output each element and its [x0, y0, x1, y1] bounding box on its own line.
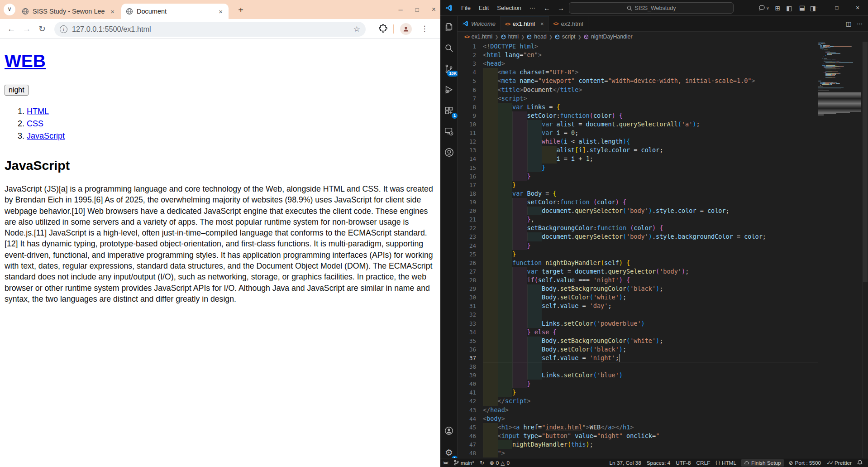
line-content[interactable]: }	[483, 164, 818, 172]
address-bar[interactable]: i 127.0.0.1:5500/ex1.html ☆	[54, 22, 366, 37]
encoding[interactable]: UTF-8	[673, 460, 693, 466]
line-content[interactable]: },	[483, 215, 818, 224]
tab-close-icon[interactable]: ×	[217, 8, 224, 15]
line-content[interactable]: self.value = 'night';	[483, 354, 818, 362]
line-content[interactable]: }	[483, 388, 818, 397]
close-button[interactable]: ×	[847, 0, 868, 16]
code-line[interactable]: 15 }	[458, 164, 818, 172]
code-line[interactable]: 42 </script>	[458, 397, 818, 405]
breadcrumb-head[interactable]: head	[534, 34, 546, 40]
code-line[interactable]: 45 <h1><a href="index.html">WEB</a></h1>	[458, 423, 818, 432]
code-line[interactable]: 14 i = i + 1;	[458, 154, 818, 163]
code-line[interactable]: 28 if(self.value === 'night') {	[458, 276, 818, 284]
notifications-bell-icon[interactable]	[854, 460, 865, 466]
code-line[interactable]: 6 <title>Document</title>	[458, 86, 818, 94]
line-content[interactable]: </script>	[483, 397, 818, 405]
code-line[interactable]: 5 <meta name="viewport" content="width=d…	[458, 77, 818, 85]
line-content[interactable]: self.value = 'day';	[483, 302, 818, 310]
page-link[interactable]: CSS	[27, 119, 43, 128]
command-center-search[interactable]: SISS_Webstudy	[569, 2, 734, 14]
code-lines[interactable]: 1<!DOCTYPE html>2<html lang="en">3<head>…	[458, 42, 818, 457]
line-content[interactable]: <!DOCTYPE html>	[483, 42, 818, 51]
code-line[interactable]: 44<body>	[458, 414, 818, 423]
line-content[interactable]: Body.setBackgroungColor('white');	[483, 337, 818, 345]
tab-ex2[interactable]: <> ex2.html	[549, 16, 588, 31]
remote-indicator-icon[interactable]: ><	[440, 460, 451, 466]
code-line[interactable]: 47 nightDayHandler(this);	[458, 440, 818, 449]
code-line[interactable]: 13 alist[i].style.color = color;	[458, 146, 818, 154]
tab-close-icon[interactable]: ×	[540, 20, 544, 27]
reload-button[interactable]: ↻	[34, 24, 50, 34]
code-line[interactable]: 3<head>	[458, 59, 818, 68]
close-button[interactable]: ×	[432, 5, 436, 14]
breadcrumb-html[interactable]: html	[508, 34, 519, 40]
github-icon[interactable]	[440, 143, 458, 161]
code-line[interactable]: 39 Links.setColor('blue')	[458, 371, 818, 380]
line-content[interactable]: }	[483, 172, 818, 181]
more-actions-icon[interactable]: ⋯	[857, 20, 863, 27]
code-line[interactable]: 2<html lang="en">	[458, 51, 818, 59]
forward-button[interactable]: →	[19, 24, 34, 34]
line-content[interactable]: } else {	[483, 328, 818, 337]
line-content[interactable]: <meta name="viewport" content="width=dev…	[483, 77, 818, 85]
line-content[interactable]: nightDayHandler(this);	[483, 440, 818, 449]
minimap[interactable]	[818, 43, 862, 458]
line-content[interactable]: Body.setBackgroungColor('black');	[483, 284, 818, 293]
language-mode[interactable]: { } HTML	[713, 460, 739, 466]
code-line[interactable]: 41 }	[458, 388, 818, 397]
line-content[interactable]: <script>	[483, 94, 818, 103]
sync-changes-icon[interactable]: ↻	[477, 460, 487, 466]
code-line[interactable]: 10 var alist = document.querySelectorAll…	[458, 120, 818, 129]
code-line[interactable]: 4 <meta charset="UTF-8">	[458, 68, 818, 77]
line-content[interactable]: <head>	[483, 59, 818, 68]
line-content[interactable]: }	[483, 241, 818, 250]
code-line[interactable]: 32	[458, 310, 818, 319]
source-control-icon[interactable]: 10K	[440, 60, 458, 78]
code-line[interactable]: 25 }	[458, 250, 818, 259]
code-line[interactable]: 33 Links.setColor('powderblue')	[458, 319, 818, 328]
line-content[interactable]: document.querySelector('body').style.bac…	[483, 232, 818, 241]
line-content[interactable]: Links.setColor('blue')	[483, 371, 818, 380]
code-line[interactable]: 24 }	[458, 241, 818, 250]
line-content[interactable]: document.querySelector('body').style.col…	[483, 207, 818, 215]
line-content[interactable]: <title>Document</title>	[483, 86, 818, 94]
menu-selection[interactable]: Selection	[493, 5, 525, 11]
line-content[interactable]: while(i < alist.length){	[483, 137, 818, 146]
code-editor[interactable]: 1<!DOCTYPE html>2<html lang="en">3<head>…	[458, 42, 868, 458]
maximize-button[interactable]: □	[826, 0, 847, 16]
breadcrumb-symbol[interactable]: nightDayHandler	[591, 34, 633, 40]
code-line[interactable]: 35 Body.setBackgroungColor('white');	[458, 337, 818, 345]
line-content[interactable]: setColor:function (color) {	[483, 198, 818, 207]
page-link[interactable]: HTML	[27, 107, 49, 116]
line-content[interactable]: var Body = {	[483, 189, 818, 198]
browser-tab-document[interactable]: Document ×	[121, 4, 229, 19]
line-content[interactable]: setColor:function(color) {	[483, 111, 818, 120]
line-content[interactable]: }	[483, 380, 818, 388]
code-line[interactable]: 46 <input type="button" value="night" on…	[458, 432, 818, 440]
finish-setup-item[interactable]: Finish Setup	[741, 459, 784, 467]
line-content[interactable]: var i = 0;	[483, 129, 818, 137]
nav-forward-icon[interactable]: →	[558, 4, 564, 12]
run-debug-icon[interactable]	[440, 81, 458, 99]
new-tab-button[interactable]: +	[234, 4, 247, 17]
tab-search-button[interactable]: ∨	[4, 4, 15, 15]
code-line[interactable]: 19 setColor:function (color) {	[458, 198, 818, 207]
cursor-position[interactable]: Ln 37, Col 38	[607, 460, 644, 466]
prettier-item[interactable]: ✓✓ Prettier	[824, 460, 854, 466]
code-line[interactable]: 43</head>	[458, 406, 818, 414]
code-line[interactable]: 30 Body.setColor('white');	[458, 293, 818, 302]
line-content[interactable]: Body.setColor('white');	[483, 293, 818, 302]
breadcrumb-file[interactable]: ex1.html	[472, 34, 492, 40]
code-line[interactable]: 40 }	[458, 380, 818, 388]
web-home-link[interactable]: WEB	[5, 51, 46, 71]
editor-scrollbar[interactable]	[862, 42, 868, 458]
line-content[interactable]: i = i + 1;	[483, 154, 818, 163]
page-link[interactable]: JavaScript	[27, 131, 65, 140]
line-content[interactable]: Body.setColor('black');	[483, 345, 818, 354]
site-info-icon[interactable]: i	[60, 25, 67, 33]
url-text[interactable]: 127.0.0.1:5500/ex1.html	[72, 25, 353, 34]
toggle-sidebar-icon[interactable]: ◧	[786, 5, 792, 12]
code-line[interactable]: 34 } else {	[458, 328, 818, 337]
indentation[interactable]: Spaces: 4	[644, 460, 673, 466]
line-content[interactable]: if(self.value === 'night') {	[483, 276, 818, 284]
